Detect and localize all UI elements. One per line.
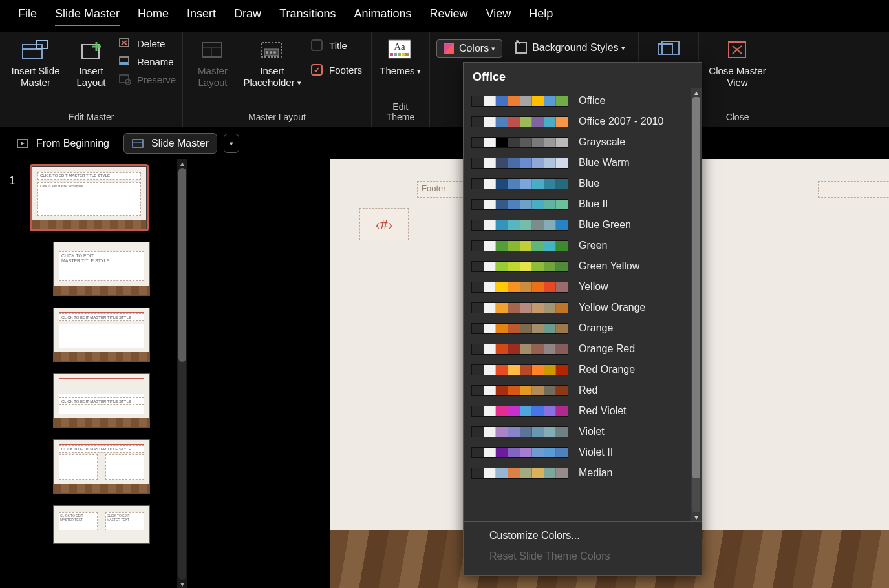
layout-thumb-4[interactable]: CLICK TO EDIT MASTER TITLE STYLE [53,439,150,494]
dropdown-scrollbar[interactable]: ▲ ▼ [691,88,702,521]
layout-thumb-5[interactable]: CLICK TO EDIT MASTER TEXT CLICK TO EDIT … [53,505,150,544]
svg-rect-26 [402,53,405,56]
background-styles-button[interactable]: Background Styles [509,39,631,56]
svg-marker-34 [21,142,25,145]
tab-view[interactable]: View [486,7,511,25]
svg-rect-24 [394,53,397,56]
insert-placeholder-button[interactable]: Insert Placeholder [240,36,305,91]
color-scheme-item[interactable]: Median [467,463,691,483]
thumbnail-pane: 1 CLICK TO EDIT MASTER TITLE STYLE Click… [0,159,187,588]
tab-slide-master[interactable]: Slide Master [55,7,120,26]
color-swatch-strip [471,302,568,313]
svg-rect-11 [120,75,129,83]
color-scheme-label: Red Violet [579,405,627,417]
themes-button[interactable]: Aa Themes [376,36,424,79]
rename-button[interactable]: Rename [118,55,176,68]
color-scheme-label: Red Orange [579,364,635,375]
slide-size-icon [654,38,683,63]
color-scheme-label: Blue Green [579,219,631,231]
footers-checkbox[interactable] [311,64,323,76]
color-scheme-item[interactable]: Blue Warm [467,152,691,173]
color-swatch-strip [471,323,568,334]
tab-home[interactable]: Home [138,7,169,25]
background-styles-icon [515,42,527,54]
color-scheme-item[interactable]: Blue II [467,194,691,215]
slide-number-placeholder[interactable]: ‹#› [359,208,409,240]
color-scheme-item[interactable]: Grayscale [467,132,691,152]
color-scheme-item[interactable]: Office 2007 - 2010 [467,111,691,132]
color-swatch-strip [471,178,568,189]
close-master-view-button[interactable]: Close Master View [705,36,770,91]
color-scheme-label: Yellow Orange [579,302,645,313]
rename-icon [118,55,132,68]
master-slide-thumb[interactable]: CLICK TO EDIT MASTER TITLE STYLE Click t… [31,165,147,230]
color-scheme-label: Orange Red [579,343,635,355]
color-scheme-item[interactable]: Orange [467,318,691,339]
dropdown-scroll-down-icon[interactable]: ▼ [691,512,702,521]
layout-thumb-1[interactable]: CLICK TO EDITMASTER TITLE STYLE [53,242,150,296]
slide-number: 1 [9,174,15,187]
group-edit-theme: Aa Themes Edit Theme [372,32,430,127]
color-scheme-item[interactable]: Green [467,235,691,256]
tab-transitions[interactable]: Transitions [279,7,336,25]
tab-help[interactable]: Help [529,7,553,25]
insert-placeholder-label: Insert Placeholder [241,65,303,89]
colors-label: Colors [459,43,495,54]
tab-animations[interactable]: Animations [354,7,412,25]
color-scheme-item[interactable]: Violet II [467,442,691,463]
color-swatch-strip [471,447,568,458]
tab-insert[interactable]: Insert [187,7,216,25]
insert-slide-master-button[interactable]: Insert Slide Master [6,36,65,91]
layout-thumb-3[interactable]: CLICK TO EDIT MASTER TITLE STYLE [53,373,150,428]
ribbon: Insert Slide Master Insert Layout Delete… [0,32,889,128]
svg-rect-25 [398,53,401,56]
color-swatch-strip [471,116,568,127]
title-checkbox-row[interactable]: Title [311,39,362,51]
svg-point-20 [273,51,276,54]
footers-checkbox-label: Footers [329,65,362,76]
color-scheme-item[interactable]: Yellow [467,277,691,297]
insert-layout-icon [77,38,105,63]
footers-checkbox-row[interactable]: Footers [311,64,362,76]
color-scheme-item[interactable]: Blue [467,173,691,194]
color-scheme-item[interactable]: Yellow Orange [467,297,691,318]
layout-thumb-2[interactable]: CLICK TO EDIT MASTER TITLE STYLE [53,308,150,362]
dropdown-scroll-up-icon[interactable]: ▲ [691,88,702,97]
color-scheme-item[interactable]: Red [467,380,691,401]
color-scheme-item[interactable]: Violet [467,421,691,442]
scroll-down-icon[interactable]: ▼ [177,580,187,588]
colors-button[interactable]: Colors [436,39,502,58]
color-swatch-strip [471,406,568,417]
from-beginning-button[interactable]: From Beginning [9,134,117,153]
master-thumb-title: CLICK TO EDIT MASTER TITLE STYLE [37,172,141,180]
insert-layout-button[interactable]: Insert Layout [69,36,114,91]
dropdown-scrollbar-thumb[interactable] [692,97,700,478]
date-placeholder[interactable] [818,181,889,198]
customize-colors-item[interactable]: Customize Colors... [489,530,692,541]
tab-draw[interactable]: Draw [234,7,261,25]
close-group-label: Close [726,112,749,125]
delete-button[interactable]: Delete [118,37,176,50]
scroll-up-icon[interactable]: ▲ [177,159,187,168]
color-scheme-label: Yellow [579,281,608,293]
color-swatch-strip [471,261,568,272]
color-scheme-item[interactable]: Red Orange [467,359,691,380]
slide-number-symbol: ‹#› [375,216,393,233]
close-icon [723,38,752,63]
color-scheme-item[interactable]: Blue Green [467,215,691,235]
title-checkbox[interactable] [311,39,323,51]
color-scheme-item[interactable]: Green Yellow [467,256,691,277]
quick-access-more-button[interactable]: ▾ [224,134,239,153]
thumbnail-scrollbar[interactable]: ▲ ▼ [177,159,187,588]
slide-master-mode-button[interactable]: Slide Master [123,133,217,154]
color-scheme-item[interactable]: Orange Red [467,339,691,359]
scrollbar-thumb[interactable] [178,168,186,362]
color-scheme-item[interactable]: Red Violet [467,401,691,421]
color-scheme-item[interactable]: Office [467,90,691,111]
tab-review[interactable]: Review [430,7,468,25]
tab-file[interactable]: File [18,7,37,25]
preserve-label: Preserve [137,74,176,85]
colors-dropdown: Office OfficeOffice 2007 - 2010Grayscale… [463,62,702,576]
preserve-icon [118,73,132,86]
group-master-layout: Master Layout Insert Placeholder Title F… [183,32,372,127]
